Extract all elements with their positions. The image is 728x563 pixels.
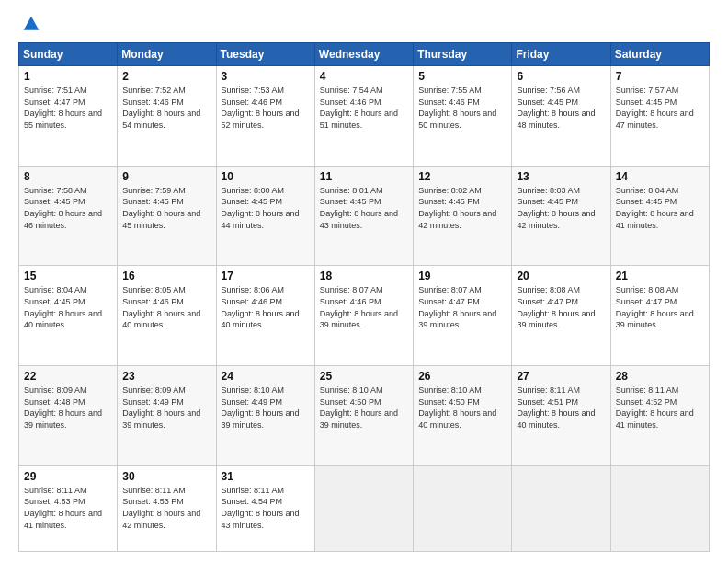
day-number: 5 (418, 70, 506, 83)
day-header-wednesday: Wednesday (314, 43, 413, 66)
day-number: 1 (24, 70, 112, 83)
day-info: Sunrise: 7:56 AMSunset: 4:45 PMDaylight:… (517, 85, 605, 131)
day-info: Sunrise: 7:58 AMSunset: 4:45 PMDaylight:… (24, 185, 112, 231)
day-number: 28 (616, 370, 704, 383)
day-info: Sunrise: 8:03 AMSunset: 4:45 PMDaylight:… (517, 185, 605, 231)
day-info: Sunrise: 7:55 AMSunset: 4:46 PMDaylight:… (418, 85, 506, 131)
day-number: 19 (418, 270, 506, 282)
day-info: Sunrise: 8:09 AMSunset: 4:49 PMDaylight:… (122, 385, 210, 431)
calendar-cell (314, 465, 413, 551)
day-number: 25 (320, 370, 408, 383)
calendar-cell: 15Sunrise: 8:04 AMSunset: 4:45 PMDayligh… (19, 266, 118, 366)
calendar-cell: 6Sunrise: 7:56 AMSunset: 4:45 PMDaylight… (512, 66, 610, 167)
day-info: Sunrise: 8:10 AMSunset: 4:50 PMDaylight:… (418, 385, 506, 431)
day-number: 3 (222, 70, 310, 83)
day-number: 18 (320, 270, 408, 282)
calendar-cell (512, 465, 610, 551)
day-info: Sunrise: 8:08 AMSunset: 4:47 PMDaylight:… (517, 284, 605, 330)
day-info: Sunrise: 8:00 AMSunset: 4:45 PMDaylight:… (222, 185, 310, 231)
day-number: 14 (616, 170, 704, 183)
day-header-saturday: Saturday (610, 43, 709, 66)
calendar-cell: 7Sunrise: 7:57 AMSunset: 4:45 PMDaylight… (610, 66, 709, 167)
day-info: Sunrise: 8:11 AMSunset: 4:54 PMDaylight:… (222, 485, 310, 531)
calendar-cell: 16Sunrise: 8:05 AMSunset: 4:46 PMDayligh… (118, 266, 216, 366)
calendar-cell (414, 465, 512, 551)
calendar-cell: 14Sunrise: 8:04 AMSunset: 4:45 PMDayligh… (610, 166, 709, 266)
day-info: Sunrise: 8:08 AMSunset: 4:47 PMDaylight:… (616, 284, 704, 330)
day-number: 13 (517, 170, 605, 183)
day-info: Sunrise: 7:54 AMSunset: 4:46 PMDaylight:… (320, 85, 408, 131)
day-info: Sunrise: 8:10 AMSunset: 4:49 PMDaylight:… (222, 385, 310, 431)
day-number: 23 (122, 370, 210, 383)
day-number: 27 (517, 370, 605, 383)
calendar-week-1: 1Sunrise: 7:51 AMSunset: 4:47 PMDaylight… (19, 66, 710, 167)
calendar-cell: 17Sunrise: 8:06 AMSunset: 4:46 PMDayligh… (216, 266, 314, 366)
calendar-cell: 22Sunrise: 8:09 AMSunset: 4:48 PMDayligh… (19, 366, 118, 466)
day-info: Sunrise: 7:51 AMSunset: 4:47 PMDaylight:… (24, 85, 112, 131)
day-info: Sunrise: 8:06 AMSunset: 4:46 PMDaylight:… (222, 284, 310, 330)
day-number: 31 (222, 470, 310, 483)
day-number: 4 (320, 70, 408, 83)
calendar-cell: 2Sunrise: 7:52 AMSunset: 4:46 PMDaylight… (118, 66, 216, 167)
day-number: 11 (320, 170, 408, 183)
day-header-friday: Friday (512, 43, 610, 66)
calendar-cell: 8Sunrise: 7:58 AMSunset: 4:45 PMDaylight… (19, 166, 118, 266)
calendar-cell: 19Sunrise: 8:07 AMSunset: 4:47 PMDayligh… (414, 266, 512, 366)
day-header-sunday: Sunday (19, 43, 118, 66)
calendar-table: SundayMondayTuesdayWednesdayThursdayFrid… (18, 42, 710, 552)
calendar-cell: 25Sunrise: 8:10 AMSunset: 4:50 PMDayligh… (314, 366, 413, 466)
day-number: 6 (517, 70, 605, 83)
day-info: Sunrise: 7:57 AMSunset: 4:45 PMDaylight:… (616, 85, 704, 131)
calendar-cell: 26Sunrise: 8:10 AMSunset: 4:50 PMDayligh… (414, 366, 512, 466)
calendar-cell: 13Sunrise: 8:03 AMSunset: 4:45 PMDayligh… (512, 166, 610, 266)
day-info: Sunrise: 8:11 AMSunset: 4:51 PMDaylight:… (517, 385, 605, 431)
day-number: 16 (122, 270, 210, 282)
day-header-tuesday: Tuesday (216, 43, 314, 66)
calendar-week-2: 8Sunrise: 7:58 AMSunset: 4:45 PMDaylight… (19, 166, 710, 266)
day-info: Sunrise: 8:07 AMSunset: 4:47 PMDaylight:… (418, 284, 506, 330)
day-number: 2 (122, 70, 210, 83)
calendar-cell: 12Sunrise: 8:02 AMSunset: 4:45 PMDayligh… (414, 166, 512, 266)
day-info: Sunrise: 8:05 AMSunset: 4:46 PMDaylight:… (122, 284, 210, 330)
calendar-week-5: 29Sunrise: 8:11 AMSunset: 4:53 PMDayligh… (19, 465, 710, 551)
day-number: 20 (517, 270, 605, 282)
day-number: 22 (24, 370, 112, 383)
day-number: 9 (122, 170, 210, 183)
day-info: Sunrise: 8:04 AMSunset: 4:45 PMDaylight:… (616, 185, 704, 231)
day-number: 10 (222, 170, 310, 183)
calendar-cell: 27Sunrise: 8:11 AMSunset: 4:51 PMDayligh… (512, 366, 610, 466)
calendar-cell: 23Sunrise: 8:09 AMSunset: 4:49 PMDayligh… (118, 366, 216, 466)
day-number: 12 (418, 170, 506, 183)
calendar-week-3: 15Sunrise: 8:04 AMSunset: 4:45 PMDayligh… (19, 266, 710, 366)
day-number: 24 (222, 370, 310, 383)
day-info: Sunrise: 8:07 AMSunset: 4:46 PMDaylight:… (320, 284, 408, 330)
day-number: 29 (24, 470, 112, 483)
day-info: Sunrise: 8:11 AMSunset: 4:53 PMDaylight:… (122, 485, 210, 531)
logo (18, 15, 40, 33)
calendar-cell: 1Sunrise: 7:51 AMSunset: 4:47 PMDaylight… (19, 66, 118, 167)
day-header-monday: Monday (118, 43, 216, 66)
day-info: Sunrise: 8:01 AMSunset: 4:45 PMDaylight:… (320, 185, 408, 231)
calendar-cell: 28Sunrise: 8:11 AMSunset: 4:52 PMDayligh… (610, 366, 709, 466)
day-info: Sunrise: 7:59 AMSunset: 4:45 PMDaylight:… (122, 185, 210, 231)
day-info: Sunrise: 8:11 AMSunset: 4:52 PMDaylight:… (616, 385, 704, 431)
calendar-cell: 10Sunrise: 8:00 AMSunset: 4:45 PMDayligh… (216, 166, 314, 266)
calendar-cell: 5Sunrise: 7:55 AMSunset: 4:46 PMDaylight… (414, 66, 512, 167)
day-number: 15 (24, 270, 112, 282)
calendar-cell: 24Sunrise: 8:10 AMSunset: 4:49 PMDayligh… (216, 366, 314, 466)
calendar-cell: 9Sunrise: 7:59 AMSunset: 4:45 PMDaylight… (118, 166, 216, 266)
calendar-cell: 31Sunrise: 8:11 AMSunset: 4:54 PMDayligh… (216, 465, 314, 551)
day-info: Sunrise: 7:52 AMSunset: 4:46 PMDaylight:… (122, 85, 210, 131)
calendar-cell (610, 465, 709, 551)
day-info: Sunrise: 8:11 AMSunset: 4:53 PMDaylight:… (24, 485, 112, 531)
header (18, 15, 710, 33)
calendar-cell: 30Sunrise: 8:11 AMSunset: 4:53 PMDayligh… (118, 465, 216, 551)
calendar-cell: 20Sunrise: 8:08 AMSunset: 4:47 PMDayligh… (512, 266, 610, 366)
day-number: 17 (222, 270, 310, 282)
page: SundayMondayTuesdayWednesdayThursdayFrid… (0, 0, 728, 563)
day-info: Sunrise: 8:10 AMSunset: 4:50 PMDaylight:… (320, 385, 408, 431)
day-info: Sunrise: 7:53 AMSunset: 4:46 PMDaylight:… (222, 85, 310, 131)
day-number: 26 (418, 370, 506, 383)
day-info: Sunrise: 8:02 AMSunset: 4:45 PMDaylight:… (418, 185, 506, 231)
calendar-cell: 21Sunrise: 8:08 AMSunset: 4:47 PMDayligh… (610, 266, 709, 366)
